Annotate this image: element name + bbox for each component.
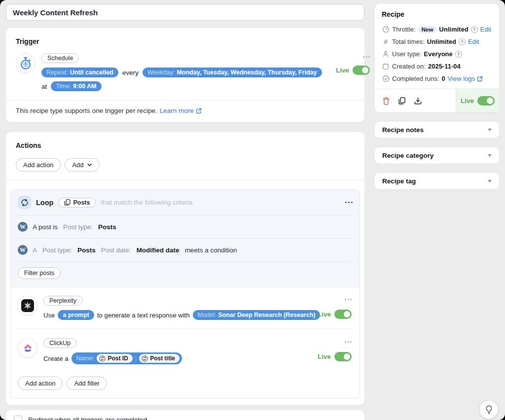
external-link-icon — [196, 108, 202, 114]
recipe-live-label: Live — [461, 97, 474, 105]
recipe-notes-accordion[interactable]: Recipe notes — [375, 122, 499, 138]
recipe-title-input[interactable] — [6, 4, 364, 21]
prompt-token[interactable]: a prompt — [58, 310, 94, 320]
editor-main-column: Trigger Schedule — [6, 4, 364, 420]
integration-badge-perplexity[interactable]: Perplexity — [43, 296, 82, 306]
user-type-row: User type: Everyone ? — [375, 50, 499, 58]
actions-section-title: Actions — [16, 141, 41, 149]
external-link-icon — [477, 76, 483, 82]
export-recipe-button[interactable] — [414, 97, 422, 105]
perplexity-icon — [18, 296, 37, 315]
integration-badge-schedule[interactable]: Schedule — [41, 53, 79, 63]
token-icon — [142, 355, 148, 362]
completed-runs-row: Completed runs: 0 View logs — [375, 75, 499, 82]
trigger-footer-note: This recipe type supports one trigger pe… — [16, 107, 157, 114]
perplexity-action-item: Perplexity Use a prompt to generate a te… — [18, 293, 353, 327]
caret-down-icon — [488, 154, 492, 157]
add-dropdown-button[interactable]: Add — [65, 158, 99, 172]
loop-icon — [18, 196, 31, 209]
new-badge: New — [418, 26, 437, 33]
trigger-live-label: Live — [336, 67, 349, 74]
schedule-trigger-item: Schedule Repeat:Until cancelled every We… — [6, 47, 364, 100]
total-times-row: # Total times: Unlimited ? Edit — [375, 38, 499, 45]
lightbulb-icon — [484, 405, 494, 415]
help-button[interactable] — [479, 400, 498, 419]
delete-recipe-button[interactable] — [382, 97, 390, 105]
perplexity-menu-button[interactable] — [344, 297, 352, 302]
check-circle-icon — [382, 75, 390, 82]
help-icon[interactable]: ? — [455, 51, 462, 58]
integration-badge-clickup[interactable]: ClickUp — [43, 338, 76, 348]
clickup-action-item: ClickUp Create a Name: — [18, 336, 353, 372]
created-on-row: Created on: 2025-11-04 — [375, 63, 499, 70]
redirect-checkbox-label: Redirect when all triggers are completed — [28, 416, 147, 420]
perplexity-live-toggle[interactable] — [334, 310, 352, 319]
post-title-token[interactable]: Post title — [139, 354, 180, 363]
clickup-sentence: Create a Name: — [43, 352, 182, 364]
loop-criteria-row[interactable]: W A post is Post type: Posts — [11, 215, 360, 238]
posts-icon — [64, 199, 71, 206]
recipe-category-accordion[interactable]: Recipe category — [375, 147, 499, 164]
chevron-down-icon — [87, 162, 92, 168]
user-icon — [382, 50, 390, 58]
learn-more-link[interactable]: Learn more — [160, 107, 202, 114]
loop-menu-button[interactable] — [344, 200, 353, 205]
post-id-token[interactable]: Post ID — [97, 354, 132, 363]
clickup-live-label: Live — [318, 353, 331, 360]
help-icon[interactable]: ? — [459, 38, 466, 45]
weekday-token[interactable]: Weekday:Monday, Tuesday, Wednesday, Thur… — [143, 68, 322, 77]
repeat-token[interactable]: Repeat:Until cancelled — [41, 68, 118, 77]
gauge-icon — [382, 26, 390, 33]
clickup-live-toggle[interactable] — [334, 352, 352, 361]
throttle-edit-link[interactable]: Edit — [480, 26, 491, 33]
wordpress-icon: W — [18, 222, 28, 232]
token-icon — [99, 355, 106, 362]
recipe-panel-title: Recipe — [375, 4, 499, 21]
loop-add-action-button[interactable]: Add action — [18, 377, 63, 390]
clickup-menu-button[interactable] — [344, 340, 352, 344]
trigger-menu-button[interactable] — [362, 55, 370, 59]
duplicate-recipe-button[interactable] — [398, 97, 406, 105]
name-token[interactable]: Name: — [72, 352, 182, 364]
redirect-card: Redirect when all triggers are completed — [6, 410, 364, 420]
wordpress-icon: W — [18, 245, 28, 255]
perplexity-sentence: Use a prompt to generate a text response… — [43, 310, 320, 320]
recipe-panel: Recipe Throttle: New Unlimited ? Edit # … — [375, 4, 499, 112]
model-token[interactable]: Model:Sonar Deep Research (Research) — [193, 310, 321, 320]
recipe-live-section: Live — [456, 89, 499, 112]
divider — [18, 328, 353, 329]
redirect-checkbox[interactable] — [14, 416, 22, 420]
recipe-editor-page: Trigger Schedule — [0, 0, 505, 420]
trigger-card: Trigger Schedule — [6, 28, 364, 122]
throttle-row: Throttle: New Unlimited ? Edit — [375, 26, 499, 33]
filter-posts-button[interactable]: Filter posts — [18, 267, 61, 279]
svg-text:W: W — [20, 246, 26, 253]
caret-down-icon — [488, 180, 492, 182]
actions-card: Actions Add action Add — [6, 132, 364, 405]
add-action-button[interactable]: Add action — [16, 158, 61, 172]
stopwatch-icon — [16, 53, 36, 73]
loop-title: Loop — [36, 199, 53, 207]
total-times-edit-link[interactable]: Edit — [468, 38, 479, 45]
time-token[interactable]: Time:9:00 AM — [51, 81, 101, 91]
loop-add-filter-button[interactable]: Add filter — [67, 377, 107, 390]
divider — [6, 180, 364, 180]
loop-criteria-row[interactable]: W A Post type: Posts Post date: Modified… — [11, 239, 360, 261]
hash-icon: # — [382, 38, 390, 45]
loop-subtitle: that match the following criteria — [101, 199, 192, 206]
view-logs-link[interactable]: View logs — [448, 75, 483, 82]
trigger-sentence: Repeat:Until cancelled every Weekday:Mon… — [41, 68, 330, 91]
recipe-tag-accordion[interactable]: Recipe tag — [375, 173, 499, 189]
trigger-live-toggle[interactable] — [353, 66, 370, 75]
clickup-icon — [18, 338, 37, 358]
help-icon[interactable]: ? — [471, 26, 478, 33]
conjunction-at: at — [41, 83, 47, 90]
recipe-sidebar: Recipe Throttle: New Unlimited ? Edit # … — [375, 4, 499, 189]
loop-collection-token[interactable]: Posts — [58, 198, 96, 208]
recipe-live-toggle[interactable] — [477, 96, 495, 105]
svg-text:W: W — [20, 223, 26, 230]
trigger-section-title: Trigger — [16, 37, 39, 45]
perplexity-live-label: Live — [318, 311, 331, 318]
loop-block: Loop Posts that match the following crit… — [10, 189, 360, 398]
conjunction-every: every — [122, 69, 139, 76]
